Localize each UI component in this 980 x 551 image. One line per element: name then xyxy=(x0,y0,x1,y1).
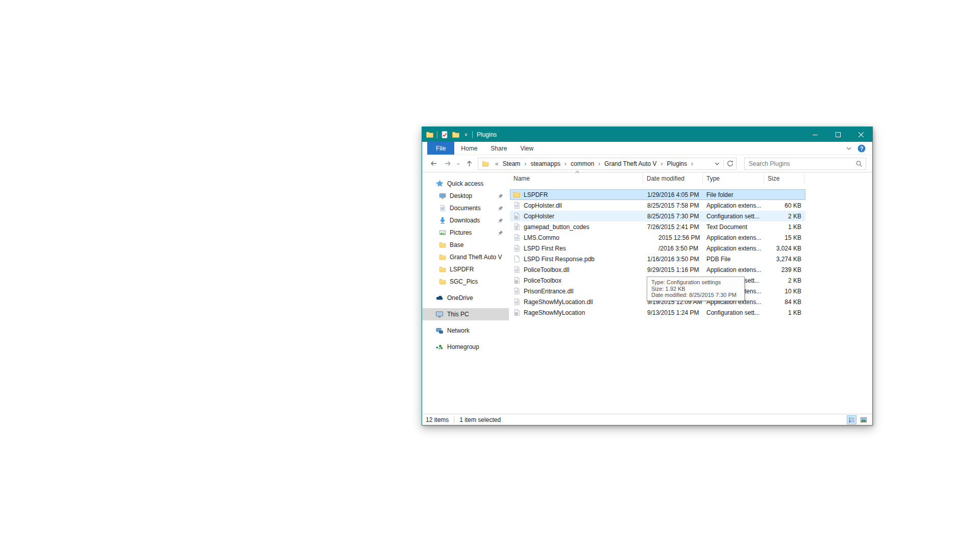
refresh-icon[interactable] xyxy=(726,160,734,167)
maximize-icon xyxy=(836,132,841,137)
file-row[interactable]: RageShowMyLocation9/13/2015 1:24 PMConfi… xyxy=(510,307,805,318)
back-button[interactable] xyxy=(426,157,440,170)
tooltip-size-line: Size: 1.92 KB xyxy=(651,286,740,292)
file-name: PoliceToolbox xyxy=(524,277,561,284)
title-bar[interactable]: Plugins xyxy=(422,127,872,142)
breadcrumb-separator[interactable]: › xyxy=(595,160,603,167)
breadcrumb-segment[interactable]: steamapps xyxy=(529,160,561,167)
up-button[interactable] xyxy=(462,157,476,170)
new-folder-icon[interactable] xyxy=(452,131,460,139)
column-header-name[interactable]: Name xyxy=(510,173,643,184)
file-row[interactable]: gamepad_button_codes7/26/2015 2:41 PMTex… xyxy=(510,221,805,232)
sidebar-item-pictures[interactable]: Pictures xyxy=(422,227,509,239)
maximize-button[interactable] xyxy=(826,127,849,142)
navigation-pane: Quick accessDesktopDocumentsDownloadsPic… xyxy=(422,172,509,414)
file-size: 10 KB xyxy=(764,288,804,295)
column-headers: Name Date modified Type Size xyxy=(510,172,872,185)
thumbnails-view-button[interactable] xyxy=(859,415,868,424)
file-date-modified: 2015 12:56 PM xyxy=(643,234,703,241)
breadcrumb-separator[interactable]: › xyxy=(521,160,529,167)
sidebar-item-label: Downloads xyxy=(450,217,480,224)
file-type: Application extens... xyxy=(703,266,764,273)
details-view-button[interactable] xyxy=(847,415,856,424)
tab-home[interactable]: Home xyxy=(454,142,484,155)
sidebar-item-downloads[interactable]: Downloads xyxy=(422,214,509,227)
address-history-chevron-icon[interactable] xyxy=(714,160,721,167)
window-title: Plugins xyxy=(477,131,497,138)
minimize-button[interactable] xyxy=(803,127,826,142)
file-size: 2 KB xyxy=(764,213,804,220)
address-bar-row: «Steam›steamapps›common›Grand Theft Auto… xyxy=(422,155,872,172)
file-size: 1 KB xyxy=(764,223,804,231)
column-header-type[interactable]: Type xyxy=(703,173,764,184)
breadcrumb-overflow-chevron[interactable]: « xyxy=(492,160,502,167)
file-size: 239 KB xyxy=(764,266,804,273)
sidebar-item-base[interactable]: Base xyxy=(422,239,509,251)
folder-icon xyxy=(439,241,446,248)
column-header-date-modified[interactable]: Date modified xyxy=(643,173,703,184)
file-date-modified: 8/25/2015 7:58 PM xyxy=(643,202,703,209)
file-date-modified: 7/26/2015 2:41 PM xyxy=(643,223,703,231)
pictures-icon xyxy=(439,229,446,236)
breadcrumb-segment[interactable]: Plugins xyxy=(666,160,688,167)
breadcrumb-separator[interactable]: › xyxy=(688,160,696,167)
folder-icon[interactable] xyxy=(426,131,434,139)
search-input[interactable] xyxy=(749,160,855,167)
file-row[interactable]: PoliceToolbox.dll9/29/2015 1:16 PMApplic… xyxy=(510,264,805,275)
breadcrumb-separator[interactable]: › xyxy=(658,160,666,167)
file-row[interactable]: LSPD First Res/2016 3:50 PMApplication e… xyxy=(510,243,805,254)
sidebar-item-onedrive[interactable]: OneDrive xyxy=(422,292,509,304)
file-name: CopHolster xyxy=(524,213,554,220)
forward-button[interactable] xyxy=(440,157,455,170)
file-size: 3,274 KB xyxy=(764,256,804,263)
file-date-modified: 9/13/2015 1:24 PM xyxy=(643,309,703,316)
thumbnails-view-icon xyxy=(860,416,867,423)
address-bar[interactable]: «Steam›steamapps›common›Grand Theft Auto… xyxy=(478,158,737,170)
file-date-modified: 1/29/2016 4:05 PM xyxy=(643,191,703,198)
tab-share[interactable]: Share xyxy=(484,142,513,155)
file-date-modified: 1/16/2016 3:50 PM xyxy=(643,256,703,263)
sidebar-item-network[interactable]: Network xyxy=(422,324,509,337)
file-name: LSPD First Response.pdb xyxy=(524,256,595,263)
sidebar-item-desktop[interactable]: Desktop xyxy=(422,190,509,202)
sidebar-item-this-pc[interactable]: This PC xyxy=(422,308,509,320)
breadcrumb-segment[interactable]: Steam xyxy=(502,160,522,167)
pin-icon xyxy=(497,193,504,199)
search-icon[interactable] xyxy=(855,160,863,167)
file-row[interactable]: CopHolster8/25/2015 7:30 PMConfiguration… xyxy=(510,211,805,221)
homegroup-icon xyxy=(435,343,444,351)
file-type: Configuration sett... xyxy=(703,309,764,316)
breadcrumb-separator[interactable]: › xyxy=(561,160,570,167)
sidebar-item-homegroup[interactable]: Homegroup xyxy=(422,341,509,353)
file-row[interactable]: LMS.Commo2015 12:56 PMApplication extens… xyxy=(510,232,805,243)
dll-icon xyxy=(513,298,521,306)
file-name-cell: RageShowMyLocation xyxy=(510,309,643,316)
column-header-size[interactable]: Size xyxy=(764,173,804,184)
sidebar-item-documents[interactable]: Documents xyxy=(422,202,509,214)
file-row[interactable]: CopHolster.dll8/25/2015 7:58 PMApplicati… xyxy=(510,200,805,211)
sidebar-item-label: Quick access xyxy=(447,180,483,187)
status-separator xyxy=(454,416,454,423)
help-icon[interactable]: ? xyxy=(857,144,866,153)
sidebar-item-label: Pictures xyxy=(450,229,472,236)
recent-locations-button[interactable] xyxy=(455,157,462,170)
sidebar-item-lspdfr[interactable]: LSPDFR xyxy=(422,263,509,276)
sidebar-item-quick-access[interactable]: Quick access xyxy=(422,178,509,190)
breadcrumb-segment[interactable]: Grand Theft Auto V xyxy=(603,160,658,167)
breadcrumb-segment[interactable]: common xyxy=(570,160,595,167)
sidebar-item-grand-theft-auto-v[interactable]: Grand Theft Auto V xyxy=(422,251,509,263)
tab-file[interactable]: File xyxy=(427,142,454,155)
file-name-cell: LSPD First Response.pdb xyxy=(510,255,643,263)
properties-icon[interactable] xyxy=(440,131,449,139)
folder-icon xyxy=(439,254,446,261)
file-list-pane: Name Date modified Type Size LSPDFR1/29/… xyxy=(509,172,872,414)
file-row[interactable]: LSPD First Response.pdb1/16/2016 3:50 PM… xyxy=(510,254,805,264)
file-row[interactable]: LSPDFR1/29/2016 4:05 PMFile folder xyxy=(510,189,805,200)
ribbon-collapse-icon[interactable] xyxy=(846,145,852,152)
tab-view[interactable]: View xyxy=(513,142,540,155)
qat-dropdown-icon[interactable] xyxy=(463,132,469,138)
close-button[interactable] xyxy=(849,127,872,142)
sidebar-item-sgc-pics[interactable]: SGC_Pics xyxy=(422,276,509,288)
file-size: 1 KB xyxy=(764,309,804,316)
svg-text:?: ? xyxy=(860,145,863,151)
